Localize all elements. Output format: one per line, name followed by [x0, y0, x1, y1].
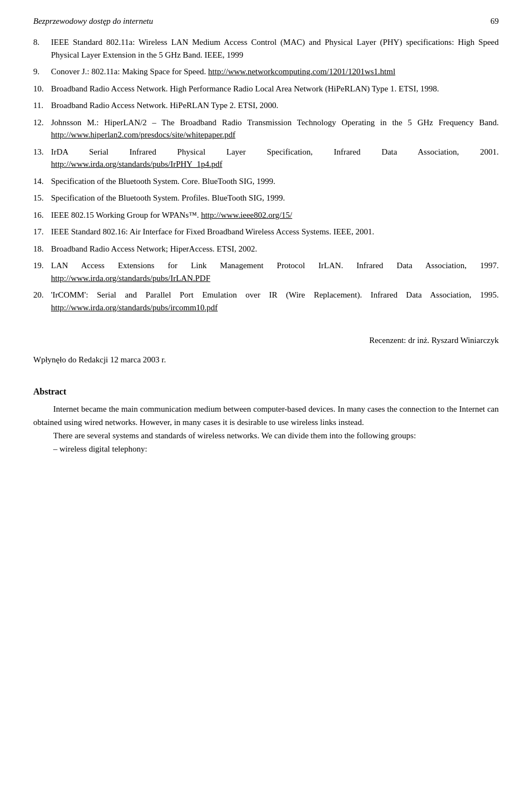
ref-content-14: Specification of the Bluetooth System. C… [51, 175, 499, 188]
ref-number-17: 17. [33, 226, 51, 238]
ref-number-14: 14. [33, 175, 51, 188]
ref-number-9: 9. [33, 65, 51, 78]
list-item: 10. Broadband Radio Access Network. High… [33, 83, 499, 95]
ref-number-8: 8. [33, 36, 51, 61]
ref-content-12: Johnsson M.: HiperLAN/2 – The Broadband … [51, 116, 499, 141]
link-16[interactable]: http://www.ieee802.org/15/ [201, 211, 293, 219]
page: Bezprzewodowy dostęp do internetu 69 8. … [0, 0, 532, 809]
ref-number-16: 16. [33, 209, 51, 222]
references-list: 8. IEEE Standard 802.11a: Wireless LAN M… [33, 36, 499, 314]
abstract-section: Abstract Internet became the main commun… [33, 387, 499, 455]
abstract-title: Abstract [33, 387, 499, 397]
list-item: 15. Specification of the Bluetooth Syste… [33, 192, 499, 204]
link-13[interactable]: http://www.irda.org/standards/pubs/IrPHY… [51, 160, 222, 168]
list-item: 14. Specification of the Bluetooth Syste… [33, 175, 499, 188]
ref-content-8: IEEE Standard 802.11a: Wireless LAN Medi… [51, 36, 499, 61]
ref-number-12: 12. [33, 116, 51, 141]
reviewer-label: Recenzent: dr inż. Ryszard Winiarczyk [369, 336, 499, 345]
ref-content-13: IrDA Serial Infrared Physical Layer Spec… [51, 146, 499, 171]
abstract-paragraph-2: There are several systems and standards … [33, 429, 499, 442]
abstract-paragraph-1: Internet became the main communication m… [33, 402, 499, 429]
ref-content-20: 'IrCOMM': Serial and Parallel Port Emula… [51, 289, 499, 314]
ref-number-15: 15. [33, 192, 51, 204]
ref-number-20: 20. [33, 289, 51, 314]
ref-number-13: 13. [33, 146, 51, 171]
ref-content-10: Broadband Radio Access Network. High Per… [51, 83, 499, 95]
reviewer-section: Recenzent: dr inż. Ryszard Winiarczyk [33, 336, 499, 345]
ref-content-16: IEEE 802.15 Working Group for WPANs™. ht… [51, 209, 499, 222]
abstract-bullet-1: wireless digital telephony: [53, 442, 499, 455]
ref-number-19: 19. [33, 259, 51, 284]
page-number: 69 [490, 17, 499, 26]
ref-number-11: 11. [33, 99, 51, 112]
received-section: Wpłynęło do Redakcji 12 marca 2003 r. [33, 355, 499, 365]
ref-number-18: 18. [33, 243, 51, 255]
ref-content-19: LAN Access Extensions for Link Managemen… [51, 259, 499, 284]
link-19[interactable]: http://www.irda.org/standards/pubs/IrLAN… [51, 274, 210, 283]
received-label: Wpłynęło do Redakcji 12 marca 2003 r. [33, 355, 166, 364]
list-item: 8. IEEE Standard 802.11a: Wireless LAN M… [33, 36, 499, 61]
ref-number-10: 10. [33, 83, 51, 95]
list-item: 16. IEEE 802.15 Working Group for WPANs™… [33, 209, 499, 222]
ref-content-15: Specification of the Bluetooth System. P… [51, 192, 499, 204]
list-item: 19. LAN Access Extensions for Link Manag… [33, 259, 499, 284]
list-item: 11. Broadband Radio Access Network. HiPe… [33, 99, 499, 112]
link-9[interactable]: http://www.networkcomputing.com/1201/120… [208, 67, 396, 76]
list-item: 9. Conover J.: 802.11a: Making Space for… [33, 65, 499, 78]
ref-content-17: IEEE Standard 802.16: Air Interface for … [51, 226, 499, 238]
link-12[interactable]: http://www.hiperlan2.com/presdocs/site/w… [51, 130, 236, 139]
list-item: 17. IEEE Standard 802.16: Air Interface … [33, 226, 499, 238]
ref-content-18: Broadband Radio Access Network; HiperAcc… [51, 243, 499, 255]
link-20[interactable]: http://www.irda.org/standards/pubs/ircom… [51, 303, 218, 312]
page-header: Bezprzewodowy dostęp do internetu 69 [33, 17, 499, 26]
ref-content-11: Broadband Radio Access Network. HiPeRLAN… [51, 99, 499, 112]
list-item: 13. IrDA Serial Infrared Physical Layer … [33, 146, 499, 171]
list-item: 18. Broadband Radio Access Network; Hipe… [33, 243, 499, 255]
list-item: 12. Johnsson M.: HiperLAN/2 – The Broadb… [33, 116, 499, 141]
list-item: 20. 'IrCOMM': Serial and Parallel Port E… [33, 289, 499, 314]
page-header-title: Bezprzewodowy dostęp do internetu [33, 17, 153, 26]
ref-content-9: Conover J.: 802.11a: Making Space for Sp… [51, 65, 499, 78]
